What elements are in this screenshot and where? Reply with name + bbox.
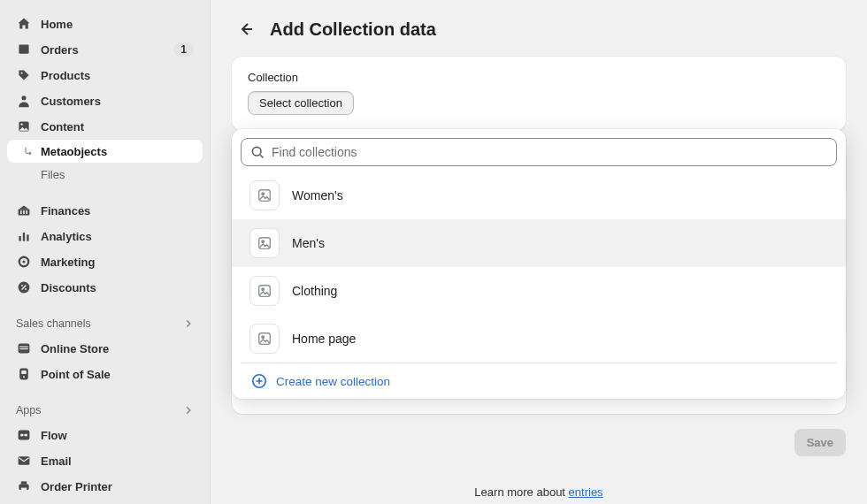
svg-rect-8 bbox=[23, 210, 25, 214]
svg-point-3 bbox=[21, 95, 26, 100]
learn-more: Learn more about entries bbox=[211, 485, 867, 499]
customers-icon bbox=[16, 93, 32, 109]
nav-order-printer[interactable]: Order Printer bbox=[7, 474, 203, 499]
nav-metaobjects[interactable]: Metaobjects bbox=[7, 140, 203, 163]
option-label: Home page bbox=[292, 332, 356, 346]
nav-marketing[interactable]: Marketing bbox=[7, 249, 203, 274]
collection-popover: Women's Men's Clothing bbox=[232, 129, 846, 399]
nav-label: Point of Sale bbox=[41, 368, 194, 381]
nav-customers[interactable]: Customers bbox=[7, 88, 203, 113]
svg-point-39 bbox=[262, 288, 265, 291]
svg-rect-20 bbox=[19, 347, 28, 347]
entries-link[interactable]: entries bbox=[569, 485, 603, 499]
nav-point-of-sale[interactable]: Point of Sale bbox=[7, 362, 203, 386]
flow-icon bbox=[16, 427, 32, 443]
image-icon bbox=[249, 180, 280, 210]
collection-card: Collection Select collection bbox=[232, 57, 846, 131]
nav-finances[interactable]: Finances bbox=[7, 198, 203, 223]
svg-point-15 bbox=[22, 260, 25, 263]
nav-label: Marketing bbox=[41, 256, 194, 269]
orders-badge: 1 bbox=[173, 42, 194, 57]
nav-label: Files bbox=[41, 168, 194, 181]
svg-rect-28 bbox=[22, 434, 25, 435]
svg-rect-9 bbox=[26, 210, 27, 214]
printer-icon bbox=[16, 478, 32, 494]
search-icon bbox=[250, 145, 265, 159]
analytics-icon bbox=[16, 228, 32, 244]
nav-label: Flow bbox=[41, 429, 194, 442]
svg-point-24 bbox=[23, 376, 25, 378]
save-button[interactable]: Save bbox=[794, 429, 846, 456]
search-input[interactable] bbox=[272, 145, 827, 159]
svg-point-5 bbox=[20, 123, 22, 125]
sales-channels-heading[interactable]: Sales channels bbox=[7, 312, 203, 335]
nav-label: Products bbox=[41, 69, 194, 82]
nav-email[interactable]: Email bbox=[7, 448, 203, 473]
section-label: Sales channels bbox=[16, 317, 91, 330]
svg-rect-0 bbox=[19, 46, 28, 54]
nav-flow[interactable]: Flow bbox=[7, 423, 203, 447]
collection-option-mens[interactable]: Men's bbox=[232, 219, 846, 267]
svg-point-17 bbox=[21, 285, 23, 286]
home-icon bbox=[16, 16, 32, 32]
option-label: Clothing bbox=[292, 284, 337, 298]
field-label: Collection bbox=[248, 71, 830, 84]
section-label: Apps bbox=[16, 404, 42, 416]
svg-rect-31 bbox=[21, 481, 27, 484]
nav-discounts[interactable]: Discounts bbox=[7, 275, 203, 300]
svg-point-37 bbox=[262, 241, 265, 243]
discounts-icon bbox=[16, 279, 32, 295]
learn-prefix: Learn more about bbox=[474, 485, 568, 499]
collection-option-clothing[interactable]: Clothing bbox=[232, 267, 846, 315]
email-icon bbox=[16, 453, 32, 469]
create-collection-button[interactable]: Create new collection bbox=[241, 363, 837, 399]
nav-products[interactable]: Products bbox=[7, 63, 203, 88]
svg-rect-10 bbox=[19, 236, 20, 241]
svg-rect-29 bbox=[19, 456, 30, 465]
content-icon bbox=[16, 118, 32, 134]
main-content: Add Collection data Collection Select co… bbox=[211, 0, 867, 504]
select-collection-button[interactable]: Select collection bbox=[248, 91, 354, 115]
svg-rect-12 bbox=[27, 234, 28, 241]
nav-label: Finances bbox=[41, 204, 194, 218]
nav-label: Order Printer bbox=[41, 480, 194, 493]
select-label: Select collection bbox=[259, 96, 342, 110]
nav-label: Customers bbox=[41, 95, 194, 108]
collection-option-homepage[interactable]: Home page bbox=[232, 315, 846, 363]
back-button[interactable] bbox=[234, 18, 257, 41]
page-title: Add Collection data bbox=[270, 19, 436, 40]
plus-circle-icon bbox=[251, 373, 267, 389]
nav-label: Home bbox=[41, 18, 194, 31]
sub-arrow-icon bbox=[21, 144, 35, 158]
nav-label: Discounts bbox=[41, 281, 194, 294]
nav-home[interactable]: Home bbox=[7, 11, 203, 36]
nav-content[interactable]: Content bbox=[7, 114, 203, 139]
create-label: Create new collection bbox=[276, 375, 390, 388]
collection-options: Women's Men's Clothing bbox=[232, 172, 846, 363]
nav-label: Analytics bbox=[41, 230, 194, 243]
products-icon bbox=[16, 67, 32, 83]
svg-rect-32 bbox=[21, 488, 27, 492]
apps-heading[interactable]: Apps bbox=[7, 399, 203, 422]
svg-point-35 bbox=[262, 193, 265, 195]
nav-analytics[interactable]: Analytics bbox=[7, 224, 203, 248]
svg-rect-7 bbox=[20, 210, 22, 214]
option-label: Women's bbox=[292, 188, 343, 202]
nav-label: Metaobjects bbox=[41, 145, 194, 158]
svg-point-41 bbox=[262, 336, 265, 339]
svg-point-33 bbox=[252, 147, 261, 156]
finances-icon bbox=[16, 202, 32, 218]
svg-point-2 bbox=[21, 73, 23, 74]
image-icon bbox=[249, 324, 280, 354]
collection-option-womens[interactable]: Women's bbox=[232, 172, 846, 219]
nav-label: Online Store bbox=[41, 342, 194, 355]
search-field[interactable] bbox=[241, 138, 837, 166]
nav-label: Email bbox=[41, 454, 194, 468]
sidebar: Home Orders 1 Products Customers C bbox=[0, 0, 211, 504]
image-icon bbox=[249, 276, 280, 306]
nav-files[interactable]: Files bbox=[7, 164, 203, 186]
nav-orders[interactable]: Orders 1 bbox=[7, 37, 203, 62]
svg-rect-1 bbox=[19, 44, 28, 46]
store-icon bbox=[16, 340, 32, 356]
nav-online-store[interactable]: Online Store bbox=[7, 336, 203, 361]
